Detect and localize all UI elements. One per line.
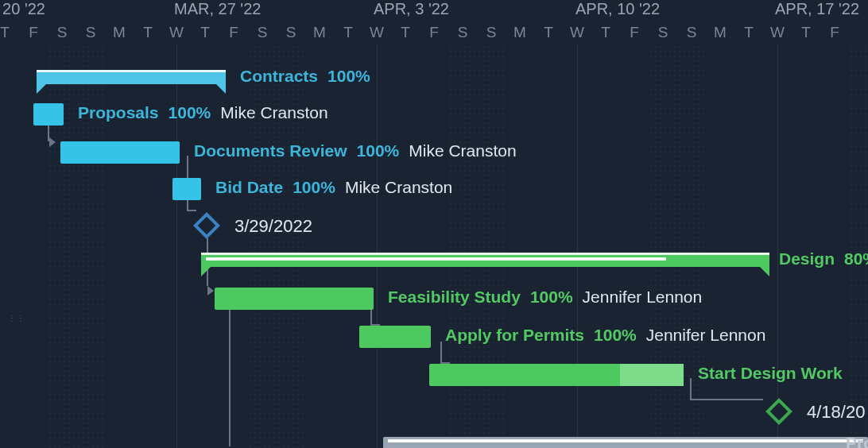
summary-name: Pro — [846, 434, 868, 448]
task-name: Feasibility Study — [388, 288, 521, 307]
task-bar-proposals[interactable] — [33, 103, 64, 126]
day-cell: F — [219, 24, 248, 41]
task-label: Apply for Permits 100% Jennifer Lennon — [445, 326, 765, 345]
day-cell: S — [448, 24, 477, 41]
task-label: Start Design Work — [698, 364, 843, 383]
summary-bar-contracts[interactable] — [37, 70, 226, 84]
task-assignee: Jennifer Lennon — [583, 288, 703, 307]
task-percent: 100% — [293, 178, 335, 197]
task-row: Proposals 100% Mike Cranston — [0, 95, 868, 133]
milestone-diamond[interactable] — [193, 212, 220, 239]
milestone-label: 4/18/20 — [807, 402, 865, 423]
day-cell: S — [477, 24, 506, 41]
task-percent: 100% — [357, 141, 400, 160]
task-assignee: Mike Cranston — [220, 103, 327, 122]
task-bar-bid-date[interactable] — [172, 178, 201, 200]
summary-bar-design[interactable] — [201, 253, 769, 267]
day-cell: W — [162, 24, 191, 41]
week-label: , 20 '22 — [0, 0, 45, 18]
day-cell: W — [763, 24, 792, 41]
day-cell: S — [677, 24, 706, 41]
task-assignee: Jennifer Lennon — [646, 326, 766, 345]
day-cell: T — [134, 24, 162, 41]
task-percent: 100% — [530, 288, 573, 307]
summary-name: Contracts — [240, 67, 318, 86]
task-name: Start Design Work — [698, 364, 843, 383]
task-label: Documents Review 100% Mike Cranston — [194, 141, 517, 160]
day-cell: T — [0, 24, 19, 41]
task-bar-feasibility-study[interactable] — [215, 288, 374, 310]
day-cell: T — [191, 24, 219, 41]
task-percent: 100% — [594, 326, 637, 345]
task-label: Proposals 100% Mike Cranston — [78, 103, 328, 122]
day-cell: S — [76, 24, 105, 41]
day-cell: F — [820, 24, 849, 41]
summary-percent: 100% — [327, 67, 370, 86]
milestone-label: 3/29/2022 — [234, 216, 312, 237]
task-label: Bid Date 100% Mike Cranston — [215, 178, 452, 197]
summary-progress-line — [206, 257, 666, 261]
day-cell: M — [305, 24, 334, 41]
week-label: APR, 3 '22 — [374, 0, 449, 18]
day-cell: M — [706, 24, 734, 41]
task-name: Bid Date — [215, 178, 283, 197]
week-label: APR, 10 '22 — [575, 0, 660, 18]
summary-percent: 80% — [844, 249, 868, 268]
task-name: Documents Review — [194, 141, 347, 160]
day-cell: T — [792, 24, 820, 41]
day-cell: F — [19, 24, 48, 41]
summary-name: Design — [779, 249, 835, 268]
milestone-row: 3/29/2022 — [0, 207, 868, 245]
day-cell: T — [734, 24, 763, 41]
task-row: Apply for Permits 100% Jennifer Lennon — [0, 318, 868, 356]
summary-label: Pro — [846, 434, 868, 448]
summary-progress-line — [388, 439, 863, 442]
milestone-row: 4/18/20 — [0, 392, 868, 431]
day-cell: M — [506, 24, 534, 41]
gantt-bars-area: Contracts 100% Proposals 100% Mike Crans… — [0, 44, 868, 448]
milestone-diamond[interactable] — [765, 398, 792, 425]
day-cell: S — [48, 24, 76, 41]
task-row: Documents Review 100% Mike Cranston — [0, 133, 868, 172]
task-assignee: Mike Cranston — [409, 141, 516, 160]
drag-handle-icon[interactable]: ⋮⋮ — [8, 314, 14, 333]
task-bar-apply-for-permits[interactable] — [359, 326, 431, 348]
task-bar-documents-review[interactable] — [60, 141, 180, 164]
summary-bar-grey[interactable] — [383, 437, 868, 448]
day-cell: F — [620, 24, 649, 41]
task-bar-start-design-work[interactable] — [429, 364, 684, 386]
task-name: Proposals — [78, 103, 159, 122]
week-label: APR, 17 '22 — [775, 0, 859, 18]
day-cell: F — [420, 24, 448, 41]
task-remaining-fill — [620, 364, 684, 386]
day-cell: S — [649, 24, 677, 41]
day-cell: T — [591, 24, 620, 41]
day-cell: M — [105, 24, 134, 41]
day-cell: T — [534, 24, 563, 41]
task-label: Feasibility Study 100% Jennifer Lennon — [388, 288, 702, 307]
task-row: Bid Date 100% Mike Cranston — [0, 170, 868, 208]
timeline-header: , 20 '22 MAR, 27 '22 APR, 3 '22 APR, 10 … — [0, 0, 868, 44]
task-percent: 100% — [169, 103, 211, 122]
task-row: Feasibility Study 100% Jennifer Lennon — [0, 280, 868, 318]
task-name: Apply for Permits — [445, 326, 584, 345]
summary-label: Design 80% — [779, 249, 868, 268]
task-row: Pro — [0, 429, 868, 448]
summary-label: Contracts 100% — [240, 67, 370, 86]
week-label: MAR, 27 '22 — [174, 0, 261, 18]
day-cell: T — [391, 24, 420, 41]
day-cell: S — [277, 24, 305, 41]
task-assignee: Mike Cranston — [345, 178, 452, 197]
day-cell: W — [362, 24, 391, 41]
task-row: Start Design Work — [0, 356, 868, 394]
day-of-week-row: WTFSSMTWTFSSMTWTFSSMTWTFSSMTWTF — [0, 24, 868, 44]
day-cell: W — [563, 24, 591, 41]
day-cell: S — [248, 24, 277, 41]
day-cell: T — [334, 24, 362, 41]
gantt-chart[interactable]: , 20 '22 MAR, 27 '22 APR, 3 '22 APR, 10 … — [0, 0, 868, 448]
